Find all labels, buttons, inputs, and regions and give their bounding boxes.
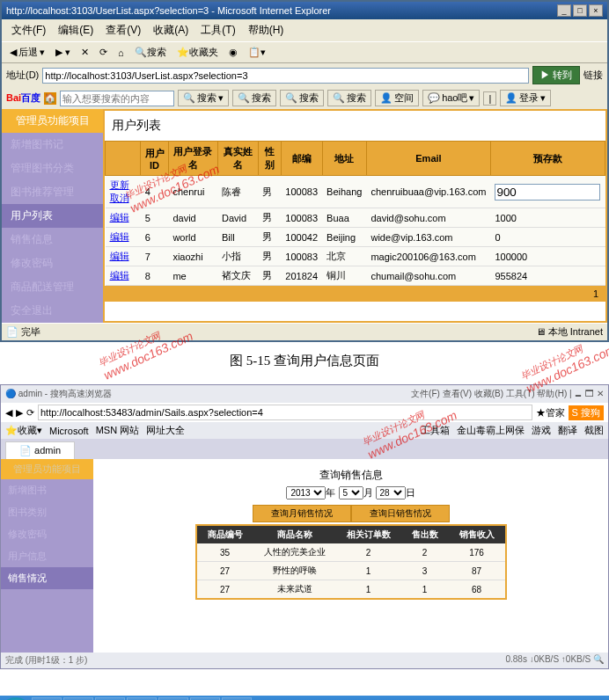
refresh-icon[interactable]: ⟳ [26, 407, 34, 419]
search-btn-1[interactable]: 🔍搜索▾ [178, 90, 229, 106]
day-select[interactable]: 28 [376, 486, 406, 499]
menu-favorites[interactable]: 收藏(A) [148, 21, 194, 40]
media-button[interactable]: ◉ [225, 45, 241, 60]
fav-label[interactable]: ⭐收藏▾ [5, 424, 42, 437]
side-sales[interactable]: 销售情况 [1, 567, 93, 589]
sidebar-item-addbook[interactable]: 新增图书记 [2, 133, 103, 157]
back-button[interactable]: ◀ 后退 ▾ [6, 44, 48, 61]
forward-icon[interactable]: ▶ [16, 407, 23, 419]
go-button[interactable]: ▶ 转到 [532, 66, 580, 84]
col-sex: 性别 [258, 142, 281, 176]
back-icon[interactable]: ◀ [5, 407, 12, 419]
sogou-search[interactable]: S 搜狗 [569, 405, 604, 420]
year-select[interactable]: 2013 [286, 486, 326, 499]
translate[interactable]: 翻译 [558, 424, 577, 437]
divider: | [483, 91, 496, 106]
login-btn[interactable]: 👤登录▾ [500, 90, 551, 106]
deposit-input[interactable] [495, 184, 600, 201]
window-title-2: 🔵 admin - 搜狗高速浏览器 [5, 388, 112, 400]
admin-sidebar: 管理员功能项目 新增图书记 管理图书分类 图书推荐管理 用户列表 销售信息 修改… [2, 109, 103, 323]
sidebar-item-password[interactable]: 修改密码 [2, 252, 103, 275]
update-cancel-link[interactable]: 更新 取消 [110, 179, 129, 203]
sidebar-item-sales[interactable]: 销售信息 [2, 228, 103, 252]
table-row: 编辑 6worldBill男100042Beijingwide@vip.163.… [106, 228, 605, 247]
side-users[interactable]: 用户信息 [1, 545, 93, 567]
sidebar-item-recommend[interactable]: 图书推荐管理 [2, 180, 103, 204]
content-2: 管理员功能项目 新增图书 图书类别 修改密码 用户信息 销售情况 查询销售信息 … [1, 459, 608, 653]
baidu-logo: Bai百度 [6, 91, 40, 105]
sidebar-2: 管理员功能项目 新增图书 图书类别 修改密码 用户信息 销售情况 [1, 459, 93, 653]
minimize-button[interactable]: _ [557, 4, 571, 17]
figure-caption-1: 图 5-15 查询用户信息页面 [0, 342, 609, 380]
statusbar-2: 完成 (用时1级：1 步) 0.88s ↓0KB/S ↑0KB/S 🔍 [1, 653, 608, 668]
side-category[interactable]: 图书类别 [1, 501, 93, 523]
table-header-row: 用户ID 用户登录名 真实姓名 性别 邮编 地址 Email 预存款 [106, 142, 605, 176]
query-month-button[interactable]: 查询月销售情况 [253, 505, 351, 522]
col-zip: 邮编 [281, 142, 322, 176]
edit-link[interactable]: 编辑 [110, 251, 129, 261]
query-day-button[interactable]: 查询日销售情况 [351, 505, 450, 522]
refresh-button[interactable]: ⟳ [96, 45, 111, 60]
screenshot[interactable]: 截图 [584, 424, 604, 437]
sidebar-item-delivery[interactable]: 商品配送管理 [2, 275, 103, 299]
fav-ms[interactable]: Microsoft [49, 426, 89, 436]
house-icon[interactable]: 🏠 [44, 92, 56, 105]
sidebar-item-category[interactable]: 管理图书分类 [2, 157, 103, 180]
side-addbook[interactable]: 新增图书 [1, 479, 93, 501]
history-button[interactable]: 📋▾ [245, 45, 269, 60]
search-btn-3[interactable]: 🔍搜索 [280, 90, 324, 106]
edit-link[interactable]: 编辑 [110, 212, 129, 222]
baidu-toolbar: Bai百度 🏠 🔍搜索▾ 🔍搜索 🔍搜索 🔍搜索 👤空间 💬hao吧▾ | 👤登… [2, 87, 607, 109]
table-row: 编辑 7xiaozhi小指男100083北京magic200106@163.co… [106, 247, 605, 266]
sogou-window: 🔵 admin - 搜狗高速浏览器 文件(F) 查看(V) 收藏(B) 工具(T… [0, 384, 609, 669]
forward-button[interactable]: ▶ ▾ [52, 45, 74, 60]
date-selector: 2013年 5月 28日 [102, 483, 599, 503]
sales-title: 查询销售信息 [102, 468, 599, 483]
menu-edit[interactable]: 编辑(E) [53, 21, 99, 40]
sales-row: 35人性的完美企业22176 [196, 543, 506, 562]
links-label[interactable]: 链接 [583, 69, 603, 82]
side-password[interactable]: 修改密码 [1, 523, 93, 545]
close-button[interactable]: × [589, 4, 603, 17]
month-select[interactable]: 5 [339, 486, 363, 499]
edit-link[interactable]: 编辑 [110, 231, 129, 242]
sidebar-item-logout[interactable]: 安全退出 [2, 299, 103, 323]
fav-msn[interactable]: MSN 网站 [96, 424, 140, 437]
maximize-button[interactable]: □ [573, 4, 587, 17]
fav-sites[interactable]: 网址大全 [146, 424, 185, 437]
status-done: 📄 完毕 [6, 325, 40, 339]
sidebar-header: 管理员功能项目 [2, 109, 103, 133]
url-input-2[interactable] [38, 405, 532, 420]
address-label: 地址(D) [6, 69, 39, 82]
menu-help[interactable]: 帮助(H) [243, 21, 290, 40]
window-title: http://localhost:3103/UserList.aspx?sele… [6, 5, 331, 16]
menu-view[interactable]: 查看(V) [100, 21, 146, 40]
url-input[interactable] [42, 68, 529, 84]
antivirus[interactable]: 金山毒霸上网保 [457, 424, 525, 437]
stop-button[interactable]: ✕ [77, 45, 92, 60]
titlebar: http://localhost:3103/UserList.aspx?sele… [2, 2, 607, 19]
col-id: 用户ID [141, 142, 169, 176]
content-area: 管理员功能项目 新增图书记 管理图书分类 图书推荐管理 用户列表 销售信息 修改… [2, 109, 607, 323]
search-btn-2[interactable]: 🔍搜索 [232, 90, 276, 106]
search-btn-4[interactable]: 🔍搜索 [327, 90, 371, 106]
space-btn[interactable]: 👤空间 [375, 90, 419, 106]
status-zone: 🖥 本地 Intranet [536, 325, 603, 339]
search-button[interactable]: 🔍搜索 [131, 44, 170, 61]
hao-btn[interactable]: 💬hao吧▾ [422, 90, 480, 106]
sidebar-item-userlist[interactable]: 用户列表 [2, 204, 103, 228]
menu-tools[interactable]: 工具(T) [195, 21, 240, 40]
games[interactable]: 游戏 [532, 424, 551, 437]
favorites-button[interactable]: ⭐收藏夹 [173, 44, 222, 61]
home-button[interactable]: ⌂ [114, 46, 128, 60]
menu-file[interactable]: 文件(F) [6, 21, 51, 40]
star-icon[interactable]: ★管家 [536, 406, 565, 419]
main-panel: 用户列表 用户ID 用户登录名 真实姓名 性别 邮编 地址 Email 预存款 … [103, 109, 607, 323]
col-deposit: 预存款 [490, 142, 605, 176]
edit-link[interactable]: 编辑 [110, 270, 129, 281]
baidu-search-input[interactable] [60, 91, 174, 106]
col-name: 真实姓名 [217, 142, 258, 176]
tab-admin[interactable]: 📄 admin [5, 441, 75, 459]
panel-title: 用户列表 [105, 111, 605, 141]
toolbox[interactable]: 工具箱 [421, 424, 450, 437]
